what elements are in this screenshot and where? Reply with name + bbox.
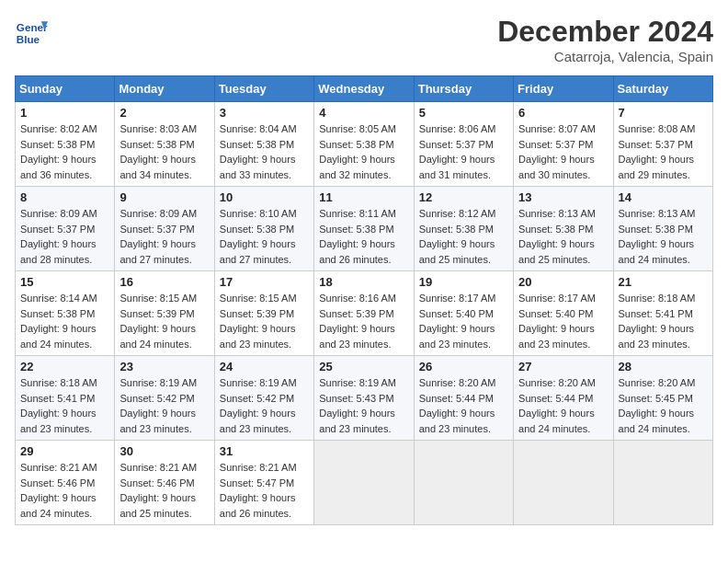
calendar-cell: 24 Sunrise: 8:19 AM Sunset: 5:42 PM Dayl… xyxy=(214,356,313,441)
calendar-cell: 3 Sunrise: 8:04 AM Sunset: 5:38 PM Dayli… xyxy=(214,102,313,187)
daylight-info: Daylight: 9 hours and 34 minutes. xyxy=(119,154,196,180)
day-number: 12 xyxy=(419,190,508,204)
daylight-info: Daylight: 9 hours and 28 minutes. xyxy=(20,238,97,265)
day-number: 16 xyxy=(119,275,209,289)
calendar-cell: 12 Sunrise: 8:12 AM Sunset: 5:38 PM Dayl… xyxy=(414,187,513,271)
daylight-info: Daylight: 9 hours and 24 minutes. xyxy=(119,323,196,350)
daylight-info: Daylight: 9 hours and 25 minutes. xyxy=(419,238,495,265)
page-header: General Blue December 2024 Catarroja, Va… xyxy=(15,15,713,64)
sunset-info: Sunset: 5:44 PM xyxy=(419,393,494,404)
sunrise-info: Sunrise: 8:13 AM xyxy=(518,208,596,219)
daylight-info: Daylight: 9 hours and 27 minutes. xyxy=(119,238,196,265)
calendar-cell: 20 Sunrise: 8:17 AM Sunset: 5:40 PM Dayl… xyxy=(514,271,613,356)
calendar-cell: 23 Sunrise: 8:19 AM Sunset: 5:42 PM Dayl… xyxy=(115,356,214,441)
sunset-info: Sunset: 5:38 PM xyxy=(419,224,494,235)
daylight-info: Daylight: 9 hours and 30 minutes. xyxy=(518,154,595,180)
sunrise-info: Sunrise: 8:11 AM xyxy=(319,208,396,219)
title-block: December 2024 Catarroja, Valencia, Spain xyxy=(497,15,713,64)
sunset-info: Sunset: 5:37 PM xyxy=(20,224,95,235)
daylight-info: Daylight: 9 hours and 23 minutes. xyxy=(119,408,196,434)
sunrise-info: Sunrise: 8:16 AM xyxy=(319,293,396,304)
sunset-info: Sunset: 5:37 PM xyxy=(518,139,593,150)
sunrise-info: Sunrise: 8:17 AM xyxy=(419,293,496,304)
sunset-info: Sunset: 5:44 PM xyxy=(518,393,593,404)
sunrise-info: Sunrise: 8:04 AM xyxy=(220,123,297,134)
calendar-cell: 2 Sunrise: 8:03 AM Sunset: 5:38 PM Dayli… xyxy=(115,102,214,187)
day-number: 1 xyxy=(20,106,109,120)
calendar-cell: 29 Sunrise: 8:21 AM Sunset: 5:46 PM Dayl… xyxy=(16,441,115,525)
calendar-cell: 6 Sunrise: 8:07 AM Sunset: 5:37 PM Dayli… xyxy=(514,102,613,187)
sunrise-info: Sunrise: 8:02 AM xyxy=(20,123,97,134)
calendar-cell: 17 Sunrise: 8:15 AM Sunset: 5:39 PM Dayl… xyxy=(214,271,313,356)
weekday-header: Saturday xyxy=(613,76,712,102)
month-title: December 2024 xyxy=(497,15,713,49)
daylight-info: Daylight: 9 hours and 25 minutes. xyxy=(518,238,595,265)
sunrise-info: Sunrise: 8:21 AM xyxy=(119,462,197,473)
sunset-info: Sunset: 5:38 PM xyxy=(319,139,393,150)
sunset-info: Sunset: 5:38 PM xyxy=(20,308,95,319)
sunrise-info: Sunrise: 8:03 AM xyxy=(119,123,197,134)
daylight-info: Daylight: 9 hours and 23 minutes. xyxy=(319,323,395,350)
sunset-info: Sunset: 5:46 PM xyxy=(119,477,194,488)
calendar-cell: 15 Sunrise: 8:14 AM Sunset: 5:38 PM Dayl… xyxy=(16,271,115,356)
weekday-header: Friday xyxy=(514,76,613,102)
sunrise-info: Sunrise: 8:14 AM xyxy=(20,293,97,304)
calendar-cell: 7 Sunrise: 8:08 AM Sunset: 5:37 PM Dayli… xyxy=(613,102,712,187)
calendar-cell: 11 Sunrise: 8:11 AM Sunset: 5:38 PM Dayl… xyxy=(314,187,414,271)
daylight-info: Daylight: 9 hours and 23 minutes. xyxy=(319,408,395,434)
daylight-info: Daylight: 9 hours and 23 minutes. xyxy=(518,323,595,350)
sunrise-info: Sunrise: 8:15 AM xyxy=(220,293,297,304)
sunrise-info: Sunrise: 8:20 AM xyxy=(419,377,496,388)
sunrise-info: Sunrise: 8:19 AM xyxy=(119,377,197,388)
calendar-row: 8 Sunrise: 8:09 AM Sunset: 5:37 PM Dayli… xyxy=(16,187,713,271)
calendar-cell: 4 Sunrise: 8:05 AM Sunset: 5:38 PM Dayli… xyxy=(314,102,414,187)
day-number: 7 xyxy=(619,106,708,120)
daylight-info: Daylight: 9 hours and 27 minutes. xyxy=(220,238,296,265)
day-number: 21 xyxy=(619,275,708,289)
sunset-info: Sunset: 5:40 PM xyxy=(419,308,494,319)
day-number: 27 xyxy=(518,360,608,373)
day-number: 22 xyxy=(20,360,109,373)
calendar-cell: 21 Sunrise: 8:18 AM Sunset: 5:41 PM Dayl… xyxy=(613,271,712,356)
day-number: 19 xyxy=(419,275,508,289)
sunrise-info: Sunrise: 8:18 AM xyxy=(20,377,97,388)
day-number: 14 xyxy=(619,190,708,204)
day-number: 13 xyxy=(518,190,608,204)
location: Catarroja, Valencia, Spain xyxy=(497,49,713,64)
calendar-cell: 27 Sunrise: 8:20 AM Sunset: 5:44 PM Dayl… xyxy=(514,356,613,441)
sunset-info: Sunset: 5:38 PM xyxy=(119,139,194,150)
calendar-header-row: SundayMondayTuesdayWednesdayThursdayFrid… xyxy=(16,76,713,102)
daylight-info: Daylight: 9 hours and 26 minutes. xyxy=(220,492,296,519)
calendar-cell: 30 Sunrise: 8:21 AM Sunset: 5:46 PM Dayl… xyxy=(115,441,214,525)
daylight-info: Daylight: 9 hours and 24 minutes. xyxy=(20,492,97,519)
day-number: 5 xyxy=(419,106,508,120)
sunset-info: Sunset: 5:39 PM xyxy=(319,308,393,319)
sunrise-info: Sunrise: 8:21 AM xyxy=(220,462,297,473)
daylight-info: Daylight: 9 hours and 23 minutes. xyxy=(419,323,495,350)
sunset-info: Sunset: 5:38 PM xyxy=(220,224,294,235)
sunrise-info: Sunrise: 8:18 AM xyxy=(619,293,696,304)
calendar-cell: 5 Sunrise: 8:06 AM Sunset: 5:37 PM Dayli… xyxy=(414,102,513,187)
daylight-info: Daylight: 9 hours and 23 minutes. xyxy=(220,323,296,350)
calendar-cell: 9 Sunrise: 8:09 AM Sunset: 5:37 PM Dayli… xyxy=(115,187,214,271)
sunrise-info: Sunrise: 8:19 AM xyxy=(220,377,297,388)
sunrise-info: Sunrise: 8:06 AM xyxy=(419,123,496,134)
day-number: 18 xyxy=(319,275,408,289)
day-number: 3 xyxy=(220,106,309,120)
sunrise-info: Sunrise: 8:08 AM xyxy=(619,123,696,134)
sunrise-info: Sunrise: 8:12 AM xyxy=(419,208,496,219)
calendar-cell: 19 Sunrise: 8:17 AM Sunset: 5:40 PM Dayl… xyxy=(414,271,513,356)
day-number: 15 xyxy=(20,275,109,289)
sunset-info: Sunset: 5:37 PM xyxy=(619,139,693,150)
sunset-info: Sunset: 5:47 PM xyxy=(220,477,294,488)
sunset-info: Sunset: 5:42 PM xyxy=(220,393,294,404)
day-number: 6 xyxy=(518,106,608,120)
daylight-info: Daylight: 9 hours and 24 minutes. xyxy=(619,408,695,434)
daylight-info: Daylight: 9 hours and 24 minutes. xyxy=(619,238,695,265)
daylight-info: Daylight: 9 hours and 23 minutes. xyxy=(220,408,296,434)
sunrise-info: Sunrise: 8:15 AM xyxy=(119,293,197,304)
calendar-cell xyxy=(314,441,414,525)
day-number: 20 xyxy=(518,275,608,289)
day-number: 26 xyxy=(419,360,508,373)
sunset-info: Sunset: 5:38 PM xyxy=(20,139,95,150)
